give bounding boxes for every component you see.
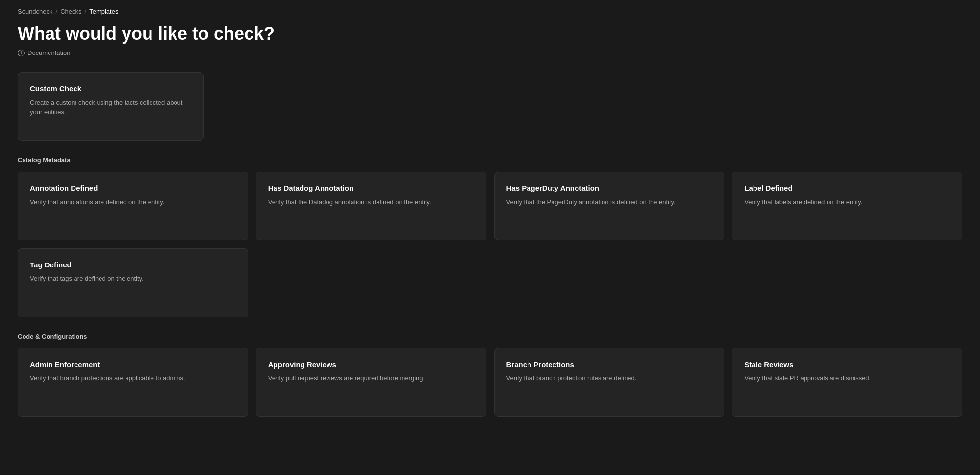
documentation-label: Documentation	[27, 49, 70, 56]
label-defined-card[interactable]: Label Defined Verify that labels are def…	[732, 172, 962, 240]
code-configurations-section: Code & Configurations Admin Enforcement …	[18, 333, 962, 417]
branch-protections-title: Branch Protections	[506, 360, 712, 369]
admin-enforcement-description: Verify that branch protections are appli…	[30, 373, 236, 383]
catalog-metadata-cards: Annotation Defined Verify that annotatio…	[18, 172, 962, 240]
label-defined-title: Label Defined	[744, 184, 950, 192]
breadcrumb-separator-1: /	[56, 8, 58, 15]
has-pagerduty-annotation-description: Verify that the PagerDuty annotation is …	[506, 197, 712, 207]
approving-reviews-title: Approving Reviews	[268, 360, 474, 369]
has-datadog-annotation-card[interactable]: Has Datadog Annotation Verify that the D…	[256, 172, 486, 240]
custom-check-card[interactable]: Custom Check Create a custom check using…	[18, 72, 204, 141]
breadcrumb-templates: Templates	[89, 8, 118, 15]
label-defined-description: Verify that labels are defined on the en…	[744, 197, 950, 207]
stale-reviews-title: Stale Reviews	[744, 360, 950, 369]
tag-defined-description: Verify that tags are defined on the enti…	[30, 274, 236, 284]
tag-defined-title: Tag Defined	[30, 261, 236, 269]
page-title: What would you like to check?	[18, 23, 962, 44]
approving-reviews-card[interactable]: Approving Reviews Verify pull request re…	[256, 348, 486, 417]
branch-protections-card[interactable]: Branch Protections Verify that branch pr…	[494, 348, 725, 417]
code-configurations-cards: Admin Enforcement Verify that branch pro…	[18, 348, 962, 417]
admin-enforcement-card[interactable]: Admin Enforcement Verify that branch pro…	[18, 348, 248, 417]
admin-enforcement-title: Admin Enforcement	[30, 360, 236, 369]
catalog-metadata-row2-cards: Tag Defined Verify that tags are defined…	[18, 248, 962, 317]
breadcrumb: Soundcheck / Checks / Templates	[18, 8, 962, 15]
has-datadog-annotation-title: Has Datadog Annotation	[268, 184, 474, 192]
annotation-defined-description: Verify that annotations are defined on t…	[30, 197, 236, 207]
custom-check-title: Custom Check	[30, 84, 192, 93]
documentation-icon: i	[18, 50, 25, 56]
documentation-link[interactable]: i Documentation	[18, 49, 962, 56]
annotation-defined-card[interactable]: Annotation Defined Verify that annotatio…	[18, 172, 248, 240]
tag-defined-card[interactable]: Tag Defined Verify that tags are defined…	[18, 248, 248, 317]
breadcrumb-checks[interactable]: Checks	[60, 8, 81, 15]
code-configurations-label: Code & Configurations	[18, 333, 962, 340]
has-datadog-annotation-description: Verify that the Datadog annotation is de…	[268, 197, 474, 207]
custom-check-description: Create a custom check using the facts co…	[30, 98, 192, 117]
branch-protections-description: Verify that branch protection rules are …	[506, 373, 712, 383]
catalog-metadata-label: Catalog Metadata	[18, 157, 962, 164]
stale-reviews-card[interactable]: Stale Reviews Verify that stale PR appro…	[732, 348, 962, 417]
has-pagerduty-annotation-title: Has PagerDuty Annotation	[506, 184, 712, 192]
breadcrumb-separator-2: /	[85, 8, 87, 15]
has-pagerduty-annotation-card[interactable]: Has PagerDuty Annotation Verify that the…	[494, 172, 725, 240]
stale-reviews-description: Verify that stale PR approvals are dismi…	[744, 373, 950, 383]
catalog-metadata-section: Catalog Metadata Annotation Defined Veri…	[18, 157, 962, 317]
annotation-defined-title: Annotation Defined	[30, 184, 236, 192]
breadcrumb-soundcheck[interactable]: Soundcheck	[18, 8, 53, 15]
approving-reviews-description: Verify pull request reviews are required…	[268, 373, 474, 383]
